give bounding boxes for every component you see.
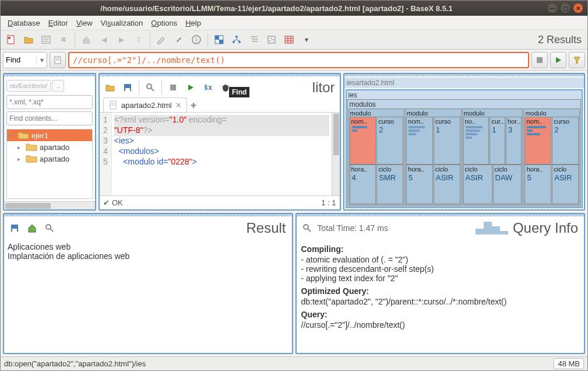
vars-icon[interactable]: $x — [200, 79, 216, 96]
query-bar: ▾ — [1, 50, 587, 71]
svg-point-43 — [46, 225, 51, 229]
tm-modulo[interactable]: modulo nom.. curso2 hora..4 cicloSMR — [348, 108, 405, 205]
treemap-panel: iesartado2.html ies modulos modulo nom.. — [343, 73, 586, 211]
tm-curso[interactable]: curso2 — [376, 117, 403, 164]
tm-ciclo[interactable]: cicloASIR — [434, 164, 460, 204]
result-title: Result — [246, 220, 286, 236]
find-mode-combo[interactable]: ▾ — [3, 52, 47, 68]
home-result-icon[interactable] — [24, 220, 40, 236]
scrollbar-vertical[interactable] — [332, 113, 340, 195]
tree-item[interactable]: ▸ apartado — [7, 141, 92, 153]
run-query-icon[interactable] — [550, 52, 566, 68]
tab-close-icon[interactable]: ✕ — [175, 101, 182, 110]
up-icon[interactable]: ⇧ — [131, 32, 147, 48]
find-mode-input[interactable] — [3, 55, 36, 64]
tm-modulo[interactable]: modulo nom.. curso1 hora..5 cicloASIR — [405, 108, 462, 205]
file-filter-input[interactable] — [6, 95, 93, 109]
svg-point-32 — [147, 84, 152, 89]
folder-view-icon[interactable] — [246, 32, 262, 48]
memory-badge[interactable]: 48 MB — [554, 358, 584, 369]
menu-database[interactable]: Database — [4, 18, 44, 29]
search-icon[interactable] — [142, 79, 159, 96]
stop-icon[interactable] — [165, 79, 181, 96]
menu-options[interactable]: Options — [147, 18, 181, 29]
tm-ciclo[interactable]: cicloSMR — [376, 164, 403, 204]
breadcrumb-segment[interactable]: rio/Escritorio/ — [6, 80, 51, 92]
open-icon[interactable] — [20, 32, 37, 48]
new-icon[interactable] — [3, 32, 19, 48]
svg-point-1 — [8, 37, 10, 39]
editor-toolbar: $x litor — [100, 78, 340, 97]
tree-item-ejer1[interactable]: ▾ ejer1 — [7, 130, 92, 141]
result-body[interactable]: Aplicaciones web Implantación de aplicac… — [4, 239, 292, 353]
tree-icon[interactable] — [228, 32, 245, 48]
save-icon[interactable] — [119, 79, 136, 96]
svg-rect-42 — [12, 229, 17, 232]
close-db-icon[interactable]: ✖ — [55, 32, 72, 48]
table-icon[interactable] — [281, 32, 297, 48]
menu-editor[interactable]: Editor — [45, 18, 72, 29]
tm-ciclo[interactable]: cicloASIR — [552, 164, 579, 204]
tm-nombre[interactable]: nom.. — [350, 117, 376, 164]
xquery-input[interactable] — [68, 52, 529, 68]
save-result-icon[interactable] — [6, 220, 23, 236]
tm-nombre[interactable]: nom.. — [524, 117, 551, 164]
file-icon — [108, 100, 118, 110]
maximize-button[interactable]: ▢ — [561, 4, 570, 13]
plot-icon[interactable] — [263, 32, 280, 48]
explorer-icon[interactable]: ▾ — [298, 32, 315, 48]
titlebar: /home/usuario/Escritorio/LLMM/Tema-11/ej… — [1, 1, 587, 16]
back-icon[interactable]: ◀ — [96, 32, 112, 48]
treemap-root[interactable]: ies modulos modulo nom.. curso2 — [346, 89, 583, 208]
tm-curso[interactable]: curso2 — [552, 117, 579, 164]
close-button[interactable]: ✕ — [573, 4, 583, 13]
info-icon[interactable]: i — [188, 32, 205, 48]
edit-icon[interactable] — [153, 32, 170, 48]
properties-icon[interactable] — [38, 32, 54, 48]
svg-rect-21 — [285, 36, 293, 43]
menu-help[interactable]: Help — [182, 18, 205, 29]
menubar: Database Editor View Visualization Optio… — [1, 16, 587, 30]
breadcrumb-more[interactable]: ... — [52, 80, 64, 92]
filter-icon[interactable] — [569, 52, 585, 68]
svg-rect-31 — [125, 88, 130, 91]
tab-add-icon[interactable]: ✚ — [187, 99, 200, 112]
chevron-down-icon[interactable]: ▾ — [36, 56, 47, 64]
menu-view[interactable]: View — [73, 18, 96, 29]
search-qinfo-icon[interactable] — [299, 220, 315, 236]
open-file-icon[interactable] — [102, 79, 118, 96]
forward-icon[interactable]: ▶ — [113, 32, 129, 48]
scrollbar-horizontal[interactable] — [4, 201, 95, 209]
editor-status: ✔ OK 1 : 1 — [100, 195, 340, 209]
qinfo-body[interactable]: Compiling: - atomic evaluation of (. = "… — [297, 239, 585, 353]
run-icon[interactable] — [182, 79, 199, 96]
tm-nombre[interactable]: no.. — [463, 117, 490, 164]
home-icon[interactable] — [78, 32, 94, 48]
tm-ciclo[interactable]: cicloDAW — [493, 164, 522, 204]
search-result-icon[interactable] — [41, 220, 58, 236]
expand-icon[interactable]: ⤢ — [171, 32, 187, 48]
find-contents-input[interactable] — [6, 111, 93, 125]
tm-curso[interactable]: curso1 — [434, 117, 460, 164]
minimize-button[interactable]: — — [548, 4, 557, 13]
editor-tab[interactable]: apartado2.html ✕ — [103, 97, 187, 112]
tm-horas[interactable]: hora..5 — [406, 164, 433, 204]
tm-horas[interactable]: hor..3 — [506, 117, 522, 164]
tm-ciclo[interactable]: cicloASIR — [463, 164, 492, 204]
tree-item[interactable]: ▸ apartado — [7, 153, 92, 164]
tm-nombre[interactable]: nom.. — [406, 117, 433, 164]
svg-line-44 — [50, 229, 53, 232]
code-editor[interactable]: 12345 <?xml version="1.0" encoding= "UTF… — [100, 113, 340, 195]
menu-visualization[interactable]: Visualization — [97, 18, 147, 29]
map-icon[interactable] — [211, 32, 227, 48]
tm-horas[interactable]: hora..5 — [524, 164, 551, 204]
history-icon[interactable] — [50, 52, 66, 68]
project-tree[interactable]: ▾ ejer1 ▸ apartado ▸ apartado — [6, 129, 93, 199]
tm-modulo[interactable]: modulo nom.. curso2 hora..5 cicloASIR — [523, 108, 580, 205]
tm-horas[interactable]: hora..4 — [350, 164, 376, 204]
svg-text:i: i — [196, 36, 197, 43]
svg-point-11 — [235, 36, 238, 38]
tm-curso[interactable]: cur..1 — [490, 117, 505, 164]
stop-query-icon[interactable] — [531, 52, 548, 68]
tm-modulo[interactable]: modulo no.. cur..1 hor..3 cicloASIR cicl… — [462, 108, 523, 205]
